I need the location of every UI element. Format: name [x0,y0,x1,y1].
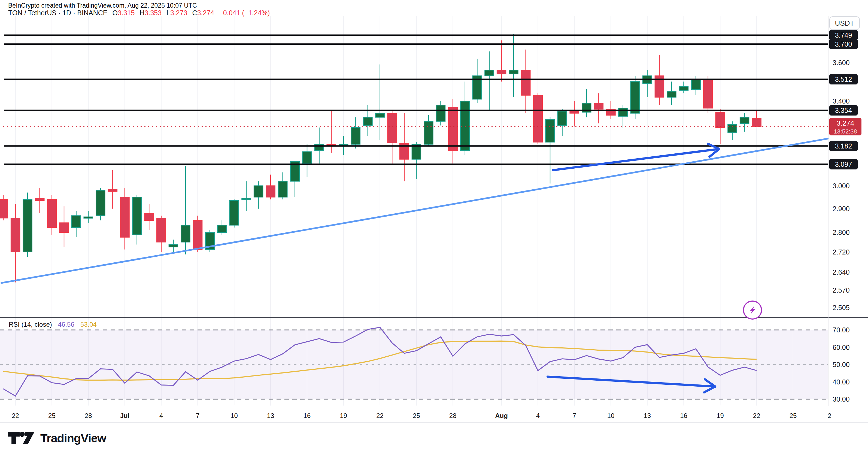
rsi-axis-label: 30.00 [833,395,850,403]
candle-aug-12[interactable] [631,76,640,119]
price-axis-label: 2.570 [833,286,850,294]
candle-jul-27[interactable] [436,101,445,125]
candle-aug-14[interactable] [655,55,664,105]
candle-jul-24[interactable] [400,113,409,181]
price-axis-label: 2.505 [833,304,850,311]
price-arrow-annotation[interactable] [553,144,719,170]
candle-jul-9[interactable] [217,220,226,235]
candle-jun-23[interactable] [23,193,32,257]
rsi-axis-label: 40.00 [833,378,850,386]
rsi-value: 46.56 [58,321,74,328]
candle-jul-15[interactable] [290,161,300,197]
svg-text:13:52:38: 13:52:38 [834,128,857,135]
price-axis[interactable]: 3.6003.4003.3003.0002.9002.8002.7202.640… [829,30,862,403]
price-level-badge: 3.749 [829,30,858,40]
svg-text:3.354: 3.354 [835,107,852,114]
tradingview-logo[interactable]: TradingView [6,430,106,446]
candle-aug-3[interactable] [521,50,530,113]
candle-aug-13[interactable] [643,70,652,97]
candle-jun-29[interactable] [96,188,105,220]
ohlc-high: H3.353 [140,9,161,17]
tradingview-logo-text: TradingView [40,431,106,445]
time-axis-label: 13 [644,412,651,419]
candle-jul-20[interactable] [351,117,360,149]
candle-jun-26[interactable] [60,206,69,247]
candle-aug-21[interactable] [740,113,749,131]
candle-jul-28[interactable] [448,99,458,163]
candle-aug-20[interactable] [728,121,737,140]
candle-jul-2[interactable] [132,195,142,244]
candle-aug-7[interactable] [570,101,579,126]
candle-aug-22[interactable] [752,111,761,127]
candle-aug-18[interactable] [704,76,712,113]
candle-jul-4[interactable] [157,216,166,252]
candle-jul-8[interactable] [206,230,214,252]
time-axis-label: Aug [495,412,508,419]
price-level-badge: 3.097 [829,159,858,170]
time-axis-label: 28 [449,412,457,419]
candle-jul-1[interactable] [120,188,129,249]
candle-jul-10[interactable] [230,200,239,228]
candle-jul-13[interactable] [266,175,275,200]
candle-jun-30[interactable] [108,170,117,209]
candle-jul-29[interactable] [460,82,469,155]
candle-aug-1[interactable] [497,40,506,82]
candle-jul-12[interactable] [254,181,263,209]
candle-jun-22[interactable] [11,204,20,282]
time-axis-label: 19 [340,412,347,419]
candle-jul-23[interactable] [388,111,397,164]
time-axis-label: 4 [159,412,163,419]
candle-jul-14[interactable] [278,173,287,200]
current-price-badge: 3.27413:52:38 [829,118,862,135]
lightning-button[interactable] [743,301,762,319]
ohlc-close: C3.274 [192,9,214,17]
candle-jun-27[interactable] [72,211,81,237]
price-axis-label: 2.900 [833,205,850,213]
candle-aug-8[interactable] [582,89,591,117]
price-axis-label: 3.400 [833,97,850,105]
rsi-title[interactable]: RSI (14, close) [9,321,52,328]
ohlc-open: O3.315 [112,9,134,17]
candle-aug-9[interactable] [594,93,603,123]
tradingview-published-chart: 3.6003.4003.3003.0002.9002.8002.7202.640… [0,0,868,455]
price-level-badge: 3.354 [829,105,858,116]
candle-jul-31[interactable] [485,52,494,111]
candle-aug-16[interactable] [679,82,688,93]
time-axis-label: 4 [536,412,540,419]
candle-jun-28[interactable] [84,211,93,222]
time-axis-label: 28 [85,412,92,419]
svg-text:3.097: 3.097 [835,160,852,168]
time-axis-label: 10 [230,412,238,419]
time-axis[interactable]: 222528Jul4710131619222528Aug471013161922… [12,412,831,419]
candle-aug-11[interactable] [618,105,627,127]
candle-jul-22[interactable] [375,64,384,140]
symbol-title[interactable]: TON / TetherUS · 1D · BINANCE [8,9,107,17]
candle-jul-30[interactable] [473,59,482,103]
price-axis-label: 2.640 [833,268,850,276]
candle-jul-25[interactable] [412,142,421,179]
candle-jul-11[interactable] [242,181,251,211]
candle-aug-15[interactable] [667,82,676,105]
currency-toggle-button[interactable]: USDT [829,17,860,30]
candle-jul-5[interactable] [169,240,178,252]
svg-text:3.700: 3.700 [835,40,852,48]
candle-jul-3[interactable] [145,204,154,230]
candle-aug-5[interactable] [546,117,555,183]
candle-jun-25[interactable] [48,195,56,235]
time-axis-label: 19 [716,412,724,419]
time-axis-label: 7 [196,412,199,419]
candle-jul-16[interactable] [303,144,312,177]
candle-jun-21[interactable] [0,195,8,220]
price-level-badge: 3.182 [829,141,858,151]
candle-jul-6[interactable] [181,165,190,254]
candle-jun-24[interactable] [35,188,44,213]
time-axis-label: 25 [48,412,56,419]
rsi-axis-label: 60.00 [833,343,850,351]
price-axis-label: 3.600 [833,59,850,66]
chart-canvas[interactable]: 3.6003.4003.3003.0002.9002.8002.7202.640… [0,0,868,455]
candle-jul-7[interactable] [193,216,202,252]
candle-jul-26[interactable] [424,115,433,146]
candle-aug-4[interactable] [533,93,542,144]
candle-aug-6[interactable] [558,109,567,136]
ohlc-low: L3.273 [166,9,187,17]
